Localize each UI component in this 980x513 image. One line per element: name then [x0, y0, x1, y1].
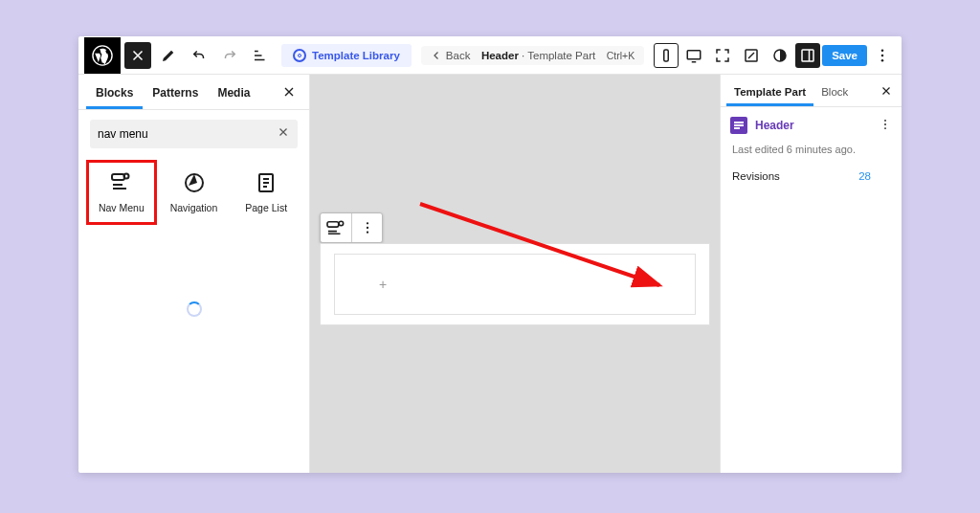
block-appender[interactable]: +	[334, 254, 696, 315]
svg-point-20	[884, 127, 886, 129]
back-label: Back	[446, 50, 471, 61]
block-results: Nav Menu Navigation Page List	[78, 158, 309, 229]
template-library-button[interactable]: Template Library	[281, 44, 412, 67]
shortcut-hint: Ctrl+K	[607, 50, 635, 61]
inserter-close-icon[interactable]	[277, 79, 301, 104]
desktop-view-icon[interactable]	[680, 42, 707, 69]
template-library-label: Template Library	[312, 50, 400, 61]
revisions-label: Revisions	[732, 170, 780, 182]
settings-panel: Template Part Block Header Last edited 6…	[720, 75, 902, 473]
topbar-right: Save	[654, 42, 896, 69]
tab-patterns[interactable]: Patterns	[143, 75, 208, 109]
block-options-icon[interactable]	[351, 213, 382, 242]
tab-template-part[interactable]: Template Part	[726, 75, 813, 106]
navigation-icon	[183, 171, 206, 194]
svg-rect-1	[664, 50, 669, 61]
svg-point-14	[366, 222, 368, 224]
tab-blocks[interactable]: Blocks	[86, 75, 143, 109]
inserter-panel: Blocks Patterns Media	[78, 75, 310, 473]
template-library-icon	[293, 49, 306, 62]
loading-spinner	[78, 229, 309, 473]
spinner-icon	[187, 301, 202, 317]
svg-point-7	[881, 58, 884, 61]
settings-close-icon[interactable]	[875, 79, 898, 102]
svg-rect-2	[687, 50, 701, 58]
search-input[interactable]	[98, 127, 277, 141]
add-block-icon[interactable]: +	[379, 277, 387, 292]
fullscreen-icon[interactable]	[709, 42, 736, 69]
svg-rect-8	[112, 174, 124, 180]
search-row	[78, 110, 309, 158]
last-edited-text: Last edited 6 minutes ago.	[721, 142, 902, 165]
styles-icon[interactable]	[767, 42, 793, 69]
document-bar[interactable]: Back Header · Template Part Ctrl+K	[421, 46, 644, 65]
clear-search-icon[interactable]	[277, 125, 290, 143]
back-button[interactable]: Back	[431, 50, 471, 61]
svg-point-13	[339, 221, 344, 226]
block-type-icon[interactable]	[321, 213, 351, 242]
block-toolbar	[320, 212, 383, 243]
revisions-count[interactable]: 28	[858, 170, 871, 182]
search-box[interactable]	[90, 120, 298, 148]
main: Blocks Patterns Media	[78, 75, 902, 473]
topbar: Template Library Back Header · Template …	[78, 36, 902, 75]
revisions-row: Revisions 28	[721, 165, 902, 188]
svg-rect-4	[802, 50, 813, 61]
svg-point-15	[366, 227, 368, 229]
block-label: Nav Menu	[99, 202, 145, 213]
device-preview-icon[interactable]	[654, 43, 679, 68]
template-part-name: Header	[755, 119, 794, 132]
block-item-nav-menu[interactable]: Nav Menu	[88, 162, 155, 223]
settings-tabs: Template Part Block	[721, 75, 902, 107]
block-label: Page List	[245, 202, 287, 213]
block-label: Navigation	[170, 202, 218, 213]
document-title: Header · Template Part	[470, 50, 606, 61]
svg-rect-12	[327, 222, 339, 227]
edit-icon[interactable]	[155, 42, 182, 69]
wp-logo[interactable]	[84, 37, 121, 74]
block-item-page-list[interactable]: Page List	[233, 162, 300, 223]
undo-icon[interactable]	[186, 42, 212, 69]
save-button[interactable]: Save	[822, 45, 867, 66]
page-list-icon	[255, 171, 278, 194]
template-part-options-icon[interactable]	[879, 118, 892, 134]
svg-point-19	[884, 123, 886, 125]
inserter-tabs: Blocks Patterns Media	[78, 75, 309, 110]
tab-block[interactable]: Block	[813, 75, 856, 106]
svg-point-6	[881, 54, 884, 56]
redo-icon[interactable]	[216, 42, 243, 69]
nav-menu-icon	[110, 171, 133, 194]
template-part-header: Header	[721, 107, 902, 142]
editor-canvas[interactable]: +	[310, 75, 720, 473]
list-view-icon[interactable]	[247, 42, 274, 69]
tab-media[interactable]: Media	[208, 75, 259, 109]
view-icon[interactable]	[738, 42, 765, 69]
header-block-icon	[730, 117, 747, 134]
svg-point-16	[366, 232, 368, 234]
settings-panel-icon[interactable]	[795, 43, 820, 68]
options-menu-icon[interactable]	[869, 42, 896, 69]
editor-window: Template Library Back Header · Template …	[78, 36, 902, 473]
svg-point-9	[123, 174, 128, 179]
svg-point-5	[881, 49, 884, 52]
svg-point-18	[884, 119, 886, 121]
block-item-navigation[interactable]: Navigation	[161, 162, 228, 223]
canvas-block[interactable]: +	[320, 243, 710, 325]
close-inserter-button[interactable]	[124, 42, 151, 69]
save-label: Save	[832, 50, 858, 61]
